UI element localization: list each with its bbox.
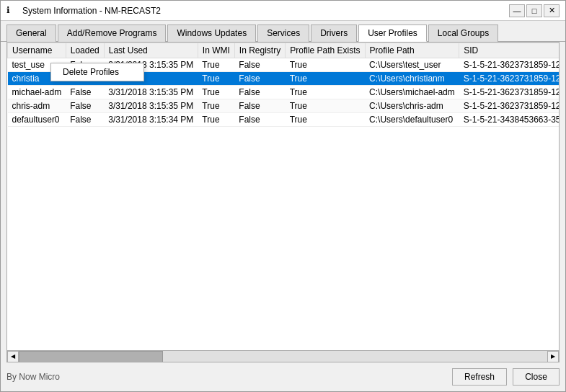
col-profile-path-exists[interactable]: Profile Path Exists	[286, 43, 365, 58]
cell-row4-col0: defaultuser0	[8, 113, 66, 127]
scroll-thumb[interactable]	[19, 351, 163, 362]
cell-row1-col4: False	[234, 72, 285, 86]
col-username[interactable]: Username	[8, 43, 66, 58]
cell-row3-col4: False	[234, 99, 285, 113]
cell-row2-col7: S-1-5-21-3623731859-123355...	[459, 86, 559, 99]
table-row[interactable]: michael-admFalse3/31/2018 3:15:35 PMTrue…	[8, 86, 560, 99]
cell-row2-col5: True	[286, 86, 365, 99]
cell-row0-col5: True	[286, 58, 365, 72]
col-in-wmi[interactable]: In WMI	[198, 43, 234, 58]
col-profile-path[interactable]: Profile Path	[365, 43, 459, 58]
scroll-right-button[interactable]: ▶	[547, 351, 559, 362]
cell-row0-col7: S-1-5-21-3623731859-123355...	[459, 58, 559, 72]
col-in-registry[interactable]: In Registry	[234, 43, 285, 58]
cell-row3-col6: C:\Users\chris-adm	[365, 99, 459, 113]
cell-row2-col2: 3/31/2018 3:15:35 PM	[104, 86, 198, 99]
cell-row3-col7: S-1-5-21-3623731859-123355...	[459, 99, 559, 113]
cell-row4-col5: True	[286, 113, 365, 127]
table-row[interactable]: chris-admFalse3/31/2018 3:15:35 PMTrueFa…	[8, 99, 560, 113]
cell-row3-col2: 3/31/2018 3:15:35 PM	[104, 99, 198, 113]
tab-add-remove[interactable]: Add/Remove Programs	[58, 24, 167, 42]
close-button[interactable]: Close	[513, 368, 560, 386]
col-loaded[interactable]: Loaded	[66, 43, 104, 58]
table-header-row: Username Loaded Last Used In WMI In Regi…	[8, 43, 560, 58]
cell-row3-col1: False	[66, 99, 104, 113]
close-window-button[interactable]: ✕	[544, 4, 560, 17]
cell-row1-col7: S-1-5-21-3623731859-123355...	[459, 72, 559, 86]
table-row[interactable]: defaultuser0False3/31/2018 3:15:34 PMTru…	[8, 113, 560, 127]
refresh-button[interactable]: Refresh	[452, 368, 507, 386]
content-area: Username Loaded Last Used In WMI In Regi…	[6, 42, 560, 362]
col-last-used[interactable]: Last Used	[104, 43, 198, 58]
tab-local-groups[interactable]: Local Groups	[428, 24, 498, 42]
cell-row4-col3: True	[198, 113, 234, 127]
window-title: System Information - NM-RECAST2	[22, 6, 161, 16]
tab-drivers[interactable]: Drivers	[311, 24, 357, 42]
cell-row4-col1: False	[66, 113, 104, 127]
cell-row2-col4: False	[234, 86, 285, 99]
cell-row2-col3: True	[198, 86, 234, 99]
cell-row0-col4: False	[234, 58, 285, 72]
app-icon: ℹ	[6, 5, 18, 17]
cell-row0-col3: True	[198, 58, 234, 72]
title-bar: ℹ System Information - NM-RECAST2 — □ ✕	[1, 1, 565, 21]
tab-windows-updates[interactable]: Windows Updates	[167, 24, 256, 42]
cell-row0-col6: C:\Users\test_user	[365, 58, 459, 72]
scroll-left-button[interactable]: ◀	[7, 351, 19, 362]
scroll-track[interactable]	[19, 351, 547, 362]
cell-row2-col6: C:\Users\michael-adm	[365, 86, 459, 99]
table-container[interactable]: Username Loaded Last Used In WMI In Regi…	[7, 43, 559, 350]
cell-row3-col3: True	[198, 99, 234, 113]
col-sid[interactable]: SID	[459, 43, 559, 58]
footer-buttons: Refresh Close	[452, 368, 560, 386]
maximize-button[interactable]: □	[526, 4, 542, 17]
tab-bar: General Add/Remove Programs Windows Upda…	[1, 21, 565, 42]
title-bar-controls: — □ ✕	[509, 4, 560, 17]
cell-row1-col6: C:\Users\christianm	[365, 72, 459, 86]
brand-label: By Now Micro	[6, 372, 60, 382]
horizontal-scrollbar[interactable]: ◀ ▶	[7, 350, 559, 362]
user-profiles-table: Username Loaded Last Used In WMI In Regi…	[7, 43, 559, 127]
tab-general[interactable]: General	[6, 24, 56, 42]
cell-row1-col5: True	[286, 72, 365, 86]
footer: By Now Micro Refresh Close	[1, 362, 565, 391]
context-menu: Delete Profiles	[50, 63, 144, 81]
cell-row4-col2: 3/31/2018 3:15:34 PM	[104, 113, 198, 127]
title-bar-left: ℹ System Information - NM-RECAST2	[6, 5, 161, 17]
tab-user-profiles[interactable]: User Profiles	[358, 24, 427, 42]
cell-row4-col7: S-1-5-21-3438453663-3562105...	[459, 113, 559, 127]
cell-row2-col0: michael-adm	[8, 86, 66, 99]
context-menu-delete-profiles[interactable]: Delete Profiles	[51, 63, 143, 81]
cell-row4-col6: C:\Users\defaultuser0	[365, 113, 459, 127]
main-window: ℹ System Information - NM-RECAST2 — □ ✕ …	[0, 0, 566, 392]
tab-services[interactable]: Services	[257, 24, 309, 42]
cell-row2-col1: False	[66, 86, 104, 99]
cell-row4-col4: False	[234, 113, 285, 127]
cell-row3-col0: chris-adm	[8, 99, 66, 113]
cell-row3-col5: True	[286, 99, 365, 113]
cell-row1-col3: True	[198, 72, 234, 86]
minimize-button[interactable]: —	[509, 4, 525, 17]
